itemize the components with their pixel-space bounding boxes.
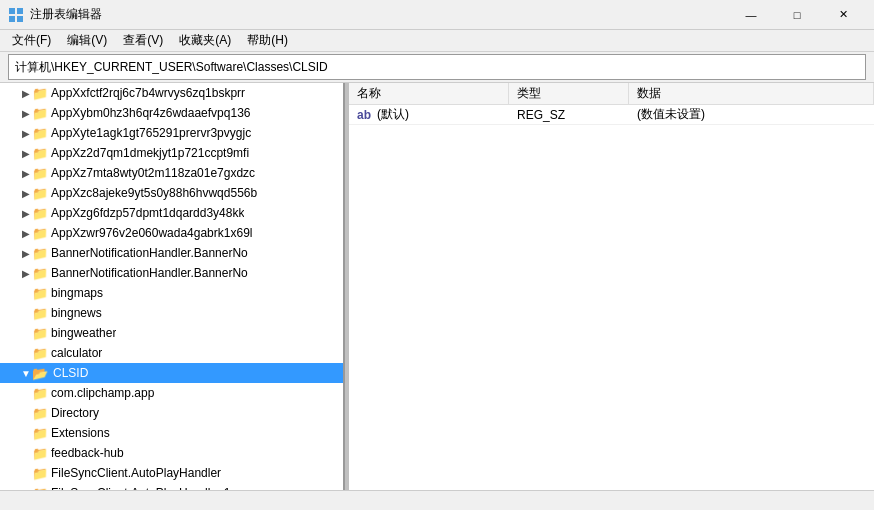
folder-icon: 📁: [32, 106, 48, 121]
menubar: 文件(F) 编辑(V) 查看(V) 收藏夹(A) 帮助(H): [0, 30, 874, 52]
folder-icon: 📁: [32, 246, 48, 261]
menu-favorites[interactable]: 收藏夹(A): [171, 30, 239, 51]
folder-icon: 📁: [32, 226, 48, 241]
list-item-directory[interactable]: ▶ 📁 Directory: [0, 403, 343, 423]
item-label: FileSyncClient.AutoPlayHandler: [51, 466, 221, 480]
folder-icon: 📁: [32, 166, 48, 181]
column-header-name: 名称: [349, 83, 509, 104]
expand-arrow[interactable]: ▶: [20, 168, 32, 179]
menu-edit[interactable]: 编辑(V): [59, 30, 115, 51]
folder-icon: 📁: [32, 486, 48, 491]
menu-help[interactable]: 帮助(H): [239, 30, 296, 51]
list-item[interactable]: ▶ 📁 calculator: [0, 343, 343, 363]
list-item[interactable]: ▶ 📁 bingnews: [0, 303, 343, 323]
column-header-type: 类型: [509, 83, 629, 104]
cell-type: REG_SZ: [509, 108, 629, 122]
statusbar: [0, 490, 874, 510]
list-item[interactable]: ▶ 📁 Extensions: [0, 423, 343, 443]
expand-arrow[interactable]: ▶: [20, 108, 32, 119]
item-label: bingmaps: [51, 286, 103, 300]
folder-icon: 📁: [32, 466, 48, 481]
addressbar-container: 计算机\HKEY_CURRENT_USER\Software\Classes\C…: [4, 54, 870, 80]
addressbar-text: 计算机\HKEY_CURRENT_USER\Software\Classes\C…: [15, 59, 328, 76]
close-button[interactable]: ✕: [820, 0, 866, 30]
maximize-button[interactable]: □: [774, 0, 820, 30]
item-label: bingweather: [51, 326, 116, 340]
table-row[interactable]: ab (默认) REG_SZ (数值未设置): [349, 105, 874, 125]
folder-icon: 📁: [32, 406, 48, 421]
folder-icon: 📁: [32, 146, 48, 161]
svg-rect-2: [9, 16, 15, 22]
window-controls: — □ ✕: [728, 0, 866, 30]
list-item[interactable]: ▶ 📁 AppXzc8ajeke9yt5s0y88h6hvwqd556b: [0, 183, 343, 203]
item-label-directory: Directory: [51, 406, 99, 420]
expand-arrow[interactable]: ▶: [20, 128, 32, 139]
list-item[interactable]: ▶ 📁 com.clipchamp.app: [0, 383, 343, 403]
item-label: AppXzg6fdzp57dpmt1dqardd3y48kk: [51, 206, 244, 220]
svg-rect-0: [9, 8, 15, 14]
expand-arrow[interactable]: ▶: [20, 188, 32, 199]
svg-rect-3: [17, 16, 23, 22]
column-headers: 名称 类型 数据: [349, 83, 874, 105]
svg-rect-1: [17, 8, 23, 14]
registry-value-icon: ab: [357, 108, 371, 122]
folder-icon: 📁: [32, 286, 48, 301]
list-item[interactable]: ▶ 📁 bingweather: [0, 323, 343, 343]
right-panel: 名称 类型 数据 ab (默认) REG_SZ (数值未设置): [349, 83, 874, 490]
item-label: AppXxfctf2rqj6c7b4wrvys6zq1bskprr: [51, 86, 245, 100]
folder-icon: 📁: [32, 386, 48, 401]
window-title: 注册表编辑器: [30, 6, 102, 23]
list-item[interactable]: ▶ 📁 AppXxfctf2rqj6c7b4wrvys6zq1bskprr: [0, 83, 343, 103]
list-item[interactable]: ▶ 📁 AppXzwr976v2e060wada4gabrk1x69l: [0, 223, 343, 243]
cell-name: ab (默认): [349, 106, 509, 123]
folder-icon: 📁: [32, 186, 48, 201]
list-item[interactable]: ▶ 📁 feedback-hub: [0, 443, 343, 463]
list-item[interactable]: ▶ 📁 bingmaps: [0, 283, 343, 303]
folder-icon: 📁: [32, 86, 48, 101]
list-item[interactable]: ▶ 📁 BannerNotificationHandler.BannerNo: [0, 243, 343, 263]
item-label: BannerNotificationHandler.BannerNo: [51, 266, 248, 280]
folder-icon: 📁: [32, 266, 48, 281]
list-item[interactable]: ▶ 📁 AppXzg6fdzp57dpmt1dqardd3y48kk: [0, 203, 343, 223]
titlebar: 注册表编辑器 — □ ✕: [0, 0, 874, 30]
expand-arrow[interactable]: ▶: [20, 88, 32, 99]
list-item[interactable]: ▶ 📁 AppXz7mta8wty0t2m118za01e7gxdzc: [0, 163, 343, 183]
item-label: AppXzc8ajeke9yt5s0y88h6hvwqd556b: [51, 186, 257, 200]
list-item-clsid[interactable]: ▼ 📂 CLSID: [0, 363, 343, 383]
addressbar[interactable]: 计算机\HKEY_CURRENT_USER\Software\Classes\C…: [8, 54, 866, 80]
list-item[interactable]: ▶ 📁 BannerNotificationHandler.BannerNo: [0, 263, 343, 283]
item-label: calculator: [51, 346, 102, 360]
minimize-button[interactable]: —: [728, 0, 774, 30]
app-icon: [8, 7, 24, 23]
tree-panel: ▶ 📁 AppXxfctf2rqj6c7b4wrvys6zq1bskprr ▶ …: [0, 83, 345, 490]
expand-arrow[interactable]: ▶: [20, 248, 32, 259]
expand-arrow[interactable]: ▶: [20, 268, 32, 279]
item-label: feedback-hub: [51, 446, 124, 460]
item-label: AppXyte1agk1gt765291prervr3pvygjc: [51, 126, 251, 140]
expand-arrow[interactable]: ▶: [20, 228, 32, 239]
list-item[interactable]: ▶ 📁 AppXybm0hz3h6qr4z6wdaaefvpq136: [0, 103, 343, 123]
list-item[interactable]: ▶ 📁 AppXyte1agk1gt765291prervr3pvygjc: [0, 123, 343, 143]
folder-icon: 📁: [32, 206, 48, 221]
list-item[interactable]: ▶ 📁 AppXz2d7qm1dmekjyt1p721ccpt9mfi: [0, 143, 343, 163]
item-label: AppXzwr976v2e060wada4gabrk1x69l: [51, 226, 252, 240]
main-area: ▶ 📁 AppXxfctf2rqj6c7b4wrvys6zq1bskprr ▶ …: [0, 82, 874, 490]
folder-icon: 📁: [32, 426, 48, 441]
titlebar-left: 注册表编辑器: [8, 6, 102, 23]
cell-data: (数值未设置): [629, 106, 874, 123]
item-label: AppXz2d7qm1dmekjyt1p721ccpt9mfi: [51, 146, 249, 160]
menu-view[interactable]: 查看(V): [115, 30, 171, 51]
expand-arrow[interactable]: ▶: [20, 148, 32, 159]
item-label: AppXybm0hz3h6qr4z6wdaaefvpq136: [51, 106, 250, 120]
cell-name-label: (默认): [377, 106, 409, 123]
expand-arrow[interactable]: ▼: [20, 368, 32, 379]
folder-icon: 📁: [32, 346, 48, 361]
list-item[interactable]: ▶ 📁 FileSyncClient.AutoPlayHandler: [0, 463, 343, 483]
menu-file[interactable]: 文件(F): [4, 30, 59, 51]
list-item[interactable]: ▶ 📁 FileSyncClient.AutoPlayHandler.1: [0, 483, 343, 490]
expand-arrow[interactable]: ▶: [20, 208, 32, 219]
item-label: bingnews: [51, 306, 102, 320]
item-label-clsid: CLSID: [51, 366, 90, 380]
folder-icon: 📁: [32, 306, 48, 321]
folder-icon: 📁: [32, 326, 48, 341]
